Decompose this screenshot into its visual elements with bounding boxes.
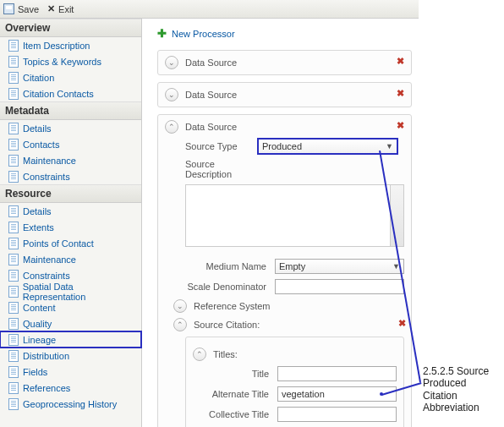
panel-title: Data Source — [185, 122, 237, 132]
collapse-toggle[interactable]: ⌃ — [193, 348, 206, 361]
page-icon — [8, 123, 19, 134]
annotation-callout: 2.5.2.5 Source Produced Citation Abbrevi… — [423, 365, 502, 414]
data-source-panel-2: ⌄ Data Source ✖ — [157, 82, 412, 107]
page-icon — [8, 254, 19, 266]
section-header-resource: Resource — [0, 184, 141, 203]
expand-toggle[interactable]: ⌄ — [165, 56, 178, 69]
page-icon — [8, 238, 19, 249]
page-icon — [8, 334, 19, 346]
alt-title-input[interactable]: vegetation — [277, 386, 397, 402]
panel-title: Data Source — [185, 90, 237, 100]
panel-title: Data Source — [185, 57, 237, 68]
title-input[interactable] — [277, 366, 397, 381]
section-header-overview: Overview — [0, 19, 141, 37]
page-icon — [8, 139, 19, 151]
sidebar-item-label: Citation Contacts — [23, 89, 94, 99]
data-source-panel-3: ⌃ Data Source ✖ Source Type Produced ▼ S… — [157, 114, 412, 427]
remove-panel-button[interactable]: ✖ — [397, 88, 404, 99]
sidebar-item-res-maintenance[interactable]: Maintenance — [0, 251, 141, 267]
main-panel: ✚ New Processor ⌄ Data Source ✖ ⌄ Data S… — [142, 19, 419, 427]
sidebar-item-res-geoproc[interactable]: Geoprocessing History — [0, 396, 141, 412]
save-button[interactable]: Save — [3, 3, 39, 14]
plus-icon: ✚ — [157, 27, 167, 40]
sidebar-item-label: Topics & Keywords — [23, 57, 101, 67]
page-icon — [8, 88, 19, 100]
sidebar-item-md-constraints[interactable]: Constraints — [0, 168, 141, 184]
sidebar-item-citation-contacts[interactable]: Citation Contacts — [0, 85, 141, 101]
remove-panel-button[interactable]: ✖ — [397, 120, 404, 131]
coll-title-label: Collective Title — [193, 409, 277, 419]
titles-panel: ⌃ Titles: Title Alternate Title vegetati… — [185, 337, 404, 427]
sidebar-item-label: Details — [23, 206, 52, 216]
sidebar: Overview Item Description Topics & Keywo… — [0, 19, 142, 427]
sidebar-item-res-content[interactable]: Content — [0, 299, 141, 315]
sidebar-item-res-poc[interactable]: Points of Contact — [0, 235, 141, 251]
new-processor-link[interactable]: ✚ New Processor — [157, 27, 412, 40]
page-icon — [8, 56, 19, 68]
chevron-down-icon: ▼ — [386, 142, 393, 151]
sidebar-item-label: Contacts — [23, 140, 59, 150]
sidebar-item-label: Citation — [23, 73, 54, 83]
page-icon — [8, 366, 19, 378]
source-desc-label: Source Description — [165, 159, 258, 179]
sidebar-item-res-spatial[interactable]: Spatial Data Representation — [0, 283, 141, 299]
collapse-toggle[interactable]: ⌃ — [173, 318, 187, 331]
source-desc-textarea[interactable] — [185, 184, 404, 247]
collapse-toggle[interactable]: ⌃ — [165, 120, 178, 134]
sidebar-item-label: Lineage — [23, 335, 56, 345]
expand-toggle[interactable]: ⌄ — [165, 88, 178, 101]
sidebar-item-label: Details — [23, 123, 52, 134]
scale-denom-input[interactable] — [275, 279, 404, 294]
save-label: Save — [18, 4, 39, 14]
remove-citation-button[interactable]: ✖ — [398, 318, 406, 329]
sidebar-item-res-references[interactable]: References — [0, 380, 141, 396]
page-icon — [8, 318, 19, 330]
page-icon — [8, 171, 19, 183]
sidebar-item-md-contacts[interactable]: Contacts — [0, 136, 141, 152]
medium-name-select[interactable]: Empty ▼ — [275, 259, 404, 274]
source-type-label: Source Type — [165, 141, 258, 151]
page-icon — [8, 205, 19, 217]
sidebar-item-res-fields[interactable]: Fields — [0, 364, 141, 380]
page-icon — [8, 222, 19, 233]
sidebar-item-label: Constraints — [23, 172, 70, 182]
sidebar-item-label: Extents — [23, 222, 54, 233]
scale-denom-label: Scale Denominator — [165, 282, 275, 292]
page-icon — [8, 302, 19, 314]
sidebar-item-label: Quality — [23, 319, 52, 329]
sidebar-item-md-maintenance[interactable]: Maintenance — [0, 152, 141, 168]
page-icon — [8, 286, 19, 298]
sidebar-item-item-description[interactable]: Item Description — [0, 37, 141, 53]
sidebar-item-res-extents[interactable]: Extents — [0, 219, 141, 235]
sidebar-item-label: Spatial Data Representation — [23, 282, 136, 302]
exit-button[interactable]: ✕ Exit — [47, 3, 74, 14]
sidebar-item-label: Points of Contact — [23, 238, 94, 249]
source-type-select[interactable]: Produced ▼ — [258, 139, 397, 154]
sidebar-item-citation[interactable]: Citation — [0, 69, 141, 85]
alt-title-label: Alternate Title — [193, 389, 277, 399]
sidebar-item-label: Maintenance — [23, 255, 76, 265]
medium-name-value: Empty — [279, 261, 305, 271]
coll-title-input[interactable] — [277, 407, 397, 422]
sidebar-item-topics-keywords[interactable]: Topics & Keywords — [0, 53, 141, 69]
data-source-panel-1: ⌄ Data Source ✖ — [157, 50, 412, 75]
sidebar-item-res-details[interactable]: Details — [0, 203, 141, 219]
diskette-icon — [3, 3, 14, 14]
expand-toggle[interactable]: ⌄ — [173, 299, 187, 313]
section-header-metadata: Metadata — [0, 101, 141, 120]
sidebar-item-res-quality[interactable]: Quality — [0, 315, 141, 331]
page-icon — [8, 382, 19, 394]
sidebar-item-res-distribution[interactable]: Distribution — [0, 348, 141, 364]
sidebar-item-res-lineage[interactable]: Lineage — [0, 331, 141, 348]
page-icon — [8, 350, 19, 362]
sidebar-item-label: Item Description — [23, 41, 90, 51]
source-type-value: Produced — [262, 141, 302, 151]
sidebar-item-label: References — [23, 383, 70, 393]
medium-name-label: Medium Name — [165, 261, 275, 271]
sidebar-item-md-details[interactable]: Details — [0, 120, 141, 136]
title-label: Title — [193, 369, 277, 379]
page-icon — [8, 40, 19, 52]
titles-label: Titles: — [213, 349, 238, 359]
remove-panel-button[interactable]: ✖ — [397, 56, 404, 67]
sidebar-item-label: Maintenance — [23, 156, 76, 166]
